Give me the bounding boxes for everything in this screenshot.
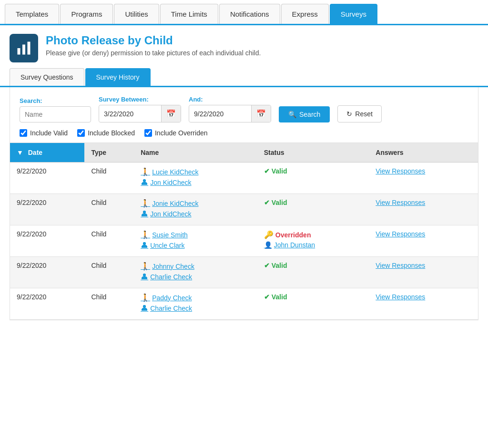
and-label: And: — [189, 96, 271, 103]
include-overriden-checkbox-label[interactable]: Include Overriden — [144, 129, 208, 137]
status-valid: ✔ Valid — [264, 262, 363, 269]
guardian-link[interactable]: 👤︎ Jon KidCheck — [141, 210, 251, 218]
svg-rect-1 — [22, 45, 25, 55]
survey-icon — [10, 34, 38, 62]
child-figure-icon: 🚶 — [141, 167, 150, 176]
date-to-input[interactable] — [189, 106, 251, 122]
status-valid: ✔ Valid — [264, 167, 363, 175]
checkmark-icon: ✔ — [264, 167, 270, 175]
guardian-link[interactable]: 👤︎ Jon KidCheck — [141, 178, 251, 187]
date-from-calendar-button[interactable]: 📅 — [161, 105, 181, 122]
search-icon: 🔍 — [288, 111, 296, 118]
cell-date: 9/22/2020 — [10, 257, 84, 288]
checkmark-icon: ✔ — [264, 199, 270, 206]
nav-tab-notifications[interactable]: Notifications — [219, 4, 280, 24]
child-link[interactable]: 🚶 Susie Smith — [141, 230, 251, 239]
date-to-field: And: 📅 — [189, 96, 271, 122]
bar-chart-icon — [15, 40, 32, 57]
survey-tab-bar: Survey QuestionsSurvey History — [0, 68, 488, 87]
guardian-figure-icon: 👤︎ — [141, 241, 148, 250]
nav-tab-utilities[interactable]: Utilities — [114, 4, 159, 24]
child-link[interactable]: 🚶 Jonie KidCheck — [141, 199, 251, 208]
page-header: Photo Release by Child Please give (or d… — [0, 25, 488, 68]
header-text: Photo Release by Child Please give (or d… — [46, 34, 261, 57]
survey-between-label: Survey Between: — [99, 96, 181, 103]
reset-button[interactable]: ↻ Reset — [337, 105, 382, 122]
search-label: Search: — [20, 97, 91, 104]
guardian-figure-icon: 👤︎ — [141, 304, 148, 313]
reset-icon: ↻ — [346, 110, 352, 118]
include-blocked-label: Include Blocked — [88, 129, 135, 137]
col-date[interactable]: ▼ Date — [10, 143, 84, 163]
cell-date: 9/22/2020 — [10, 194, 84, 225]
table-row: 9/22/2020Child🚶 Lucie KidCheck👤︎ Jon Kid… — [10, 163, 478, 194]
include-blocked-checkbox-label[interactable]: Include Blocked — [77, 129, 135, 137]
view-responses-link[interactable]: View Responses — [376, 262, 425, 269]
date-from-wrap: 📅 — [99, 105, 181, 122]
cell-status: ✔ Valid — [257, 288, 369, 320]
guardian-link[interactable]: 👤︎ Charlie Check — [141, 273, 251, 281]
date-from-field: Survey Between: 📅 — [99, 96, 181, 122]
view-responses-link[interactable]: View Responses — [376, 230, 425, 238]
include-valid-checkbox[interactable] — [20, 129, 27, 137]
search-button[interactable]: 🔍 Search — [279, 106, 330, 122]
survey-tab-survey-questions[interactable]: Survey Questions — [10, 68, 84, 86]
child-link[interactable]: 🚶 Lucie KidCheck — [141, 167, 251, 176]
page-title: Photo Release by Child — [46, 34, 261, 47]
cell-name: 🚶 Susie Smith👤︎ Uncle Clark — [134, 225, 257, 257]
guardian-link[interactable]: 👤︎ Uncle Clark — [141, 241, 251, 250]
cell-answers: View Responses — [369, 194, 478, 225]
col-type: Type — [84, 143, 134, 163]
search-input[interactable] — [20, 106, 91, 122]
nav-tab-surveys[interactable]: Surveys — [330, 4, 377, 24]
include-valid-checkbox-label[interactable]: Include Valid — [20, 129, 68, 137]
cell-name: 🚶 Paddy Check👤︎ Charlie Check — [134, 288, 257, 320]
cell-answers: View Responses — [369, 288, 478, 320]
survey-tab-survey-history[interactable]: Survey History — [85, 68, 151, 86]
checkbox-row: Include Valid Include Blocked Include Ov… — [20, 129, 468, 137]
nav-tab-templates[interactable]: Templates — [5, 4, 59, 24]
table-header-row: ▼ Date Type Name Status Answers — [10, 143, 478, 163]
user-icon: 👤 — [264, 241, 272, 249]
include-overriden-checkbox[interactable] — [144, 129, 152, 137]
search-field: Search: — [20, 97, 91, 122]
cell-status: ✔ Valid — [257, 194, 369, 225]
reset-button-label: Reset — [355, 110, 373, 118]
svg-rect-0 — [18, 48, 20, 55]
override-user-link[interactable]: 👤 John Dunstan — [264, 241, 363, 249]
col-answers: Answers — [369, 143, 478, 163]
child-link[interactable]: 🚶 Johnny Check — [141, 262, 251, 271]
guardian-figure-icon: 👤︎ — [141, 210, 148, 218]
date-from-input[interactable] — [99, 106, 161, 122]
checkmark-icon: ✔ — [264, 293, 270, 301]
col-date-label: Date — [28, 149, 42, 156]
date-to-wrap: 📅 — [189, 105, 271, 122]
table-body: 9/22/2020Child🚶 Lucie KidCheck👤︎ Jon Kid… — [10, 163, 478, 320]
include-valid-label: Include Valid — [30, 129, 68, 137]
view-responses-link[interactable]: View Responses — [376, 167, 425, 175]
include-blocked-checkbox[interactable] — [77, 129, 85, 137]
table-row: 9/22/2020Child🚶 Johnny Check👤︎ Charlie C… — [10, 257, 478, 288]
nav-tab-express[interactable]: Express — [281, 4, 329, 24]
table-row: 9/22/2020Child🚶 Jonie KidCheck👤︎ Jon Kid… — [10, 194, 478, 225]
table-row: 9/22/2020Child🚶 Paddy Check👤︎ Charlie Ch… — [10, 288, 478, 320]
cell-answers: View Responses — [369, 257, 478, 288]
guardian-figure-icon: 👤︎ — [141, 178, 148, 187]
guardian-link[interactable]: 👤︎ Charlie Check — [141, 304, 251, 313]
cell-name: 🚶 Lucie KidCheck👤︎ Jon KidCheck — [134, 163, 257, 194]
svg-rect-2 — [28, 42, 30, 55]
col-name: Name — [134, 143, 257, 163]
view-responses-link[interactable]: View Responses — [376, 199, 425, 206]
child-figure-icon: 🚶 — [141, 230, 150, 239]
cell-type: Child — [84, 163, 134, 194]
child-link[interactable]: 🚶 Paddy Check — [141, 293, 251, 302]
cell-status: ✔ Valid — [257, 257, 369, 288]
date-to-calendar-button[interactable]: 📅 — [251, 105, 271, 122]
search-area: Search: Survey Between: 📅 And: 📅 🔍 Searc… — [10, 87, 478, 143]
nav-tab-time-limits[interactable]: Time Limits — [160, 4, 218, 24]
nav-tab-programs[interactable]: Programs — [60, 4, 113, 24]
view-responses-link[interactable]: View Responses — [376, 293, 425, 301]
cell-name: 🚶 Jonie KidCheck👤︎ Jon KidCheck — [134, 194, 257, 225]
page-description: Please give (or deny) permission to take… — [46, 49, 261, 57]
table-row: 9/22/2020Child🚶 Susie Smith👤︎ Uncle Clar… — [10, 225, 478, 257]
